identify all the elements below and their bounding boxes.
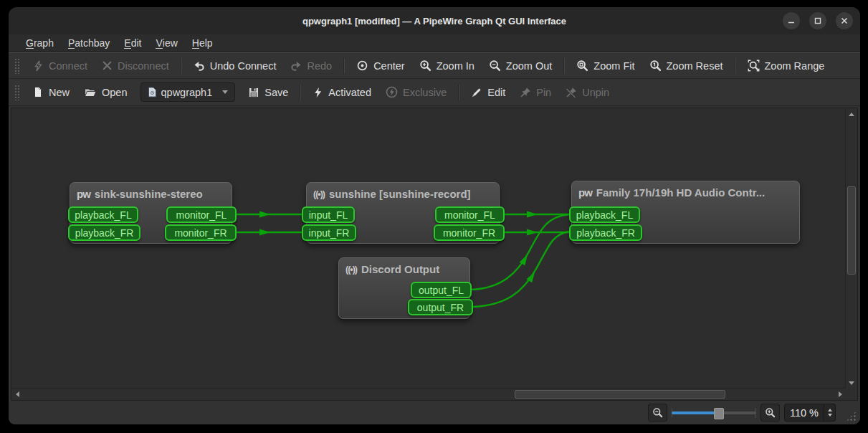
zoom-out-button[interactable]: Zoom Out: [482, 57, 559, 75]
port-sunshine-input-fr[interactable]: input_FR: [302, 224, 356, 241]
port-sink-playback-fr[interactable]: playback_FR: [68, 224, 140, 241]
exclusive-button[interactable]: Exclusive: [378, 83, 454, 101]
disconnect-button[interactable]: Disconnect: [95, 57, 176, 75]
toolbar-separator: [300, 85, 301, 100]
port-family-playback-fl[interactable]: playback_FL: [569, 206, 640, 223]
zoom-reset-button[interactable]: Zoom Reset: [642, 57, 730, 75]
patchbay-file-icon: [148, 87, 157, 97]
zoom-out-icon: [652, 407, 663, 418]
window-title: qpwgraph1 [modified] — A PipeWire Graph …: [302, 16, 566, 27]
port-sunshine-input-fl[interactable]: input_FL: [302, 206, 355, 223]
pin-button[interactable]: Pin: [512, 84, 558, 101]
center-button[interactable]: Center: [349, 57, 412, 75]
menubar: Graph Patchbay Edit View Help: [9, 34, 860, 52]
center-icon: [356, 60, 368, 72]
port-sunshine-monitor-fr[interactable]: monitor_FR: [434, 224, 505, 241]
unpin-button[interactable]: Unpin: [558, 84, 616, 101]
wire-arrow-icon: [259, 229, 270, 236]
exclusive-bolt-icon: [386, 86, 398, 98]
wire-arrow-icon: [527, 211, 538, 218]
zoom-spinbox[interactable]: 110 %: [784, 404, 836, 422]
new-button[interactable]: New: [25, 83, 77, 101]
canvas-frame: pwsink-sunshine-stereo playback_FL playb…: [11, 108, 858, 401]
toolbar-separator: [563, 58, 565, 74]
toolbar-separator: [735, 58, 736, 74]
open-button[interactable]: Open: [77, 84, 134, 101]
connect-icon: [32, 60, 44, 72]
unpin-icon: [566, 87, 577, 98]
save-button[interactable]: Save: [241, 84, 295, 101]
spin-up-button[interactable]: [828, 409, 832, 411]
vertical-scroll-thumb[interactable]: [847, 186, 856, 275]
undo-icon: [194, 60, 205, 72]
zoom-slider[interactable]: [672, 406, 756, 420]
port-discord-output-fl[interactable]: output_FL: [411, 282, 472, 298]
slider-fill: [672, 411, 715, 414]
zoom-in-button[interactable]: Zoom In: [412, 57, 482, 75]
horizontal-scrollbar[interactable]: [11, 388, 846, 400]
connection-wire[interactable]: [473, 232, 569, 307]
close-icon: [840, 16, 849, 25]
menu-help[interactable]: Help: [185, 36, 220, 50]
patchbay-select-value: qpwgraph1: [161, 87, 213, 98]
zoom-fit-button[interactable]: Zoom Fit: [569, 57, 642, 75]
minimize-icon: [787, 16, 796, 25]
scroll-up-button[interactable]: [846, 108, 857, 120]
statusbar-zoom-out-button[interactable]: [648, 404, 667, 422]
toolbar-drag-handle[interactable]: [14, 58, 19, 74]
spin-down-button[interactable]: [828, 414, 832, 417]
chevron-down-icon: [222, 90, 228, 94]
port-sunshine-monitor-fl[interactable]: monitor_FL: [435, 206, 505, 223]
port-discord-output-fr[interactable]: output_FR: [408, 299, 473, 315]
scroll-right-button[interactable]: [834, 389, 846, 400]
open-folder-icon: [84, 87, 97, 98]
menu-patchbay[interactable]: Patchbay: [61, 36, 117, 50]
arrow-right-icon: [839, 391, 842, 397]
maximize-icon: [814, 16, 822, 25]
pin-icon: [520, 87, 531, 98]
edit-button[interactable]: Edit: [464, 84, 512, 101]
statusbar-zoom-in-button[interactable]: [760, 404, 780, 422]
port-sink-monitor-fl[interactable]: monitor_FL: [166, 206, 237, 223]
vertical-scrollbar[interactable]: [845, 108, 857, 389]
redo-button[interactable]: Redo: [283, 57, 339, 75]
toolbar-separator: [181, 58, 182, 74]
minimize-button[interactable]: [783, 12, 800, 29]
slider-handle[interactable]: [714, 408, 724, 419]
scroll-left-button[interactable]: [11, 389, 23, 400]
connect-button[interactable]: Connect: [25, 57, 95, 75]
activated-button[interactable]: Activated: [305, 84, 378, 101]
disconnect-icon: [102, 60, 113, 71]
save-icon: [248, 87, 259, 98]
menu-graph[interactable]: Graph: [19, 36, 61, 50]
menu-view[interactable]: View: [148, 36, 184, 50]
redo-icon: [290, 60, 302, 72]
wire-arrow-icon: [527, 229, 538, 236]
maximize-button[interactable]: [809, 12, 826, 29]
resize-grip[interactable]: [846, 411, 857, 422]
zoom-in-icon: [419, 60, 431, 72]
undo-connect-button[interactable]: Undo Connect: [186, 57, 284, 75]
scroll-down-button[interactable]: [846, 377, 857, 389]
zoom-out-icon: [489, 60, 501, 72]
edit-pencil-icon: [471, 87, 482, 98]
activated-bolt-icon: [313, 87, 323, 98]
toolbar-drag-handle[interactable]: [14, 85, 19, 100]
horizontal-scroll-thumb[interactable]: [515, 390, 725, 399]
arrow-left-icon: [16, 391, 19, 397]
close-button[interactable]: [836, 12, 853, 29]
patchbay-toolbar: New Open qpwgraph1 Save Activated Exclus…: [9, 79, 860, 106]
toolbar-separator: [458, 85, 459, 100]
menu-edit[interactable]: Edit: [117, 36, 148, 50]
graph-canvas[interactable]: pwsink-sunshine-stereo playback_FL playb…: [11, 108, 846, 389]
wire-arrow-icon: [259, 211, 270, 218]
window-controls: [783, 12, 853, 29]
titlebar: qpwgraph1 [modified] — A PipeWire Graph …: [9, 7, 860, 34]
zoom-value: 110 %: [785, 407, 824, 419]
port-sink-playback-fl[interactable]: playback_FL: [68, 206, 138, 223]
port-family-playback-fr[interactable]: playback_FR: [569, 224, 642, 241]
port-sink-monitor-fr[interactable]: monitor_FR: [165, 224, 237, 241]
zoom-range-button[interactable]: Zoom Range: [740, 57, 832, 75]
patchbay-select[interactable]: qpwgraph1: [140, 82, 236, 102]
arrow-down-icon: [849, 381, 854, 385]
